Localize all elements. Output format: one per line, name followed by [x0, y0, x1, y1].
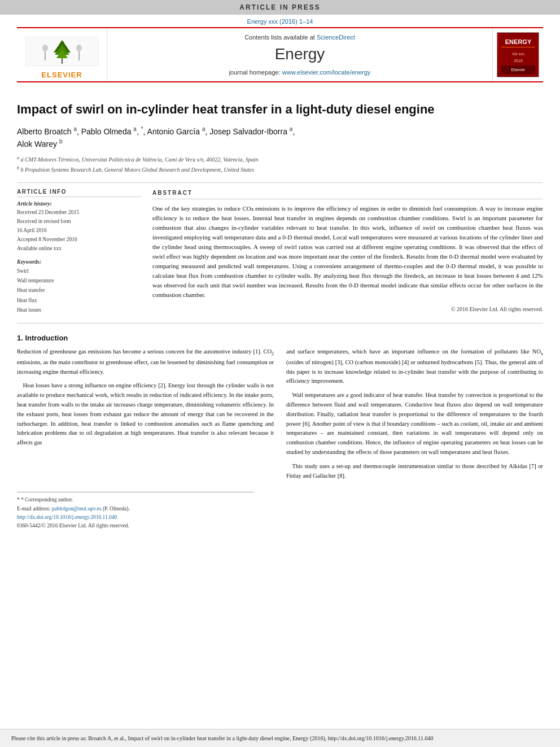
elsevier-logo: 🌳 ELSEVIER	[25, 37, 99, 73]
copyright-line: © 2016 Elsevier Ltd. All rights reserved…	[152, 305, 543, 314]
header-left: 🌳 ELSEVIER	[17, 28, 107, 81]
received-date: Received 23 December 2015	[17, 208, 141, 217]
accepted-date: Accepted 8 November 2016	[17, 235, 141, 244]
kw-1: Wall temperature	[17, 276, 141, 286]
keywords-label: Keywords:	[17, 259, 141, 265]
fn-corresponding-text: * Corresponding author.	[21, 497, 73, 503]
svg-point-6	[42, 45, 48, 51]
para-right-3: This study uses a set-up and thermocoupl…	[286, 462, 543, 481]
journal-cover-svg: ENERGY Vol xxx 2016 Elsevier	[498, 33, 538, 77]
header-right: ENERGY Vol xxx 2016 Elsevier	[492, 28, 543, 81]
article-info-col: ARTICLE INFO Article history: Received 2…	[17, 189, 141, 315]
article-info-header: ARTICLE INFO	[17, 189, 141, 197]
svg-text:2016: 2016	[514, 59, 523, 63]
article-title: Impact of swirl on in-cylinder heat tran…	[17, 102, 543, 118]
page-wrapper: ARTICLE IN PRESS Energy xxx (2016) 1–14 …	[0, 0, 560, 747]
homepage-line: journal homepage: www.elsevier.com/locat…	[229, 69, 371, 76]
journal-name-display: Energy	[275, 45, 325, 63]
two-col-text: Reduction of greenhouse gas emissions ha…	[17, 347, 543, 485]
fn-email-suffix: (P. Olmeda).	[102, 506, 130, 512]
elsevier-text: ELSEVIER	[41, 71, 82, 79]
affil-b: b b Propulsion Systems Research Lab, Gen…	[17, 165, 543, 174]
history-label: Article history:	[17, 200, 141, 207]
homepage-url[interactable]: www.elsevier.com/locate/energy	[282, 69, 371, 76]
kw-2: Heat transfer	[17, 286, 141, 295]
journal-ref-text: Energy xxx (2016) 1–14	[247, 18, 313, 25]
abstract-col: ABSTRACT One of the key strategies to re…	[152, 189, 543, 315]
para-right-2: Wall temperatures are a good indicator o…	[286, 391, 543, 457]
para-right-1: and surface temperatures, which have an …	[286, 347, 543, 386]
fn-corresponding: * * Corresponding author.	[17, 496, 253, 504]
header-section: 🌳 ELSEVIER Contents	[17, 27, 543, 82]
header-center: Contents lists available at ScienceDirec…	[107, 28, 492, 81]
energy-thumbnail: ENERGY Vol xxx 2016 Elsevier	[497, 32, 539, 77]
svg-point-8	[76, 45, 82, 51]
fn-doi: http://dx.doi.org/10.1016/j.energy.2016.…	[17, 513, 253, 522]
fn-issn: 0360-5442/© 2016 Elsevier Ltd. All right…	[17, 522, 253, 530]
revised-label: Received in revised form	[17, 217, 141, 226]
bottom-bar: Please cite this article in press as: Br…	[0, 729, 560, 747]
fn-email[interactable]: pablolgon@mot.upv.es	[52, 506, 102, 512]
svg-text:Vol xxx: Vol xxx	[511, 52, 524, 56]
text-col-left: Reduction of greenhouse gas emissions ha…	[17, 347, 274, 485]
affiliations: a á CMT-Motores Térmicos, Universitat Po…	[17, 155, 543, 174]
footnotes: * * Corresponding author. E-mail address…	[17, 492, 253, 530]
section1-title: 1. Introduction	[17, 333, 543, 344]
para-left-1: Reduction of greenhouse gas emissions ha…	[17, 347, 274, 377]
article-body: Impact of swirl on in-cylinder heat tran…	[0, 82, 560, 729]
aip-text: ARTICLE IN PRESS	[239, 3, 320, 11]
divider-1	[17, 182, 543, 183]
bottom-bar-text: Please cite this article in press as: Br…	[11, 735, 433, 741]
svg-text:Elsevier: Elsevier	[511, 68, 526, 72]
article-dates: Received 23 December 2015 Received in re…	[17, 208, 141, 254]
svg-rect-12	[501, 47, 535, 47]
contents-line: Contents lists available at ScienceDirec…	[244, 34, 355, 41]
abstract-text: One of the key strategies to reduce CO₂ …	[152, 204, 543, 300]
info-abstract-section: ARTICLE INFO Article history: Received 2…	[17, 189, 543, 315]
para-left-2: Heat losses have a strong influence on e…	[17, 381, 274, 448]
keywords-section: Keywords: Swirl Wall temperature Heat tr…	[17, 259, 141, 314]
available-date: Available online xxx	[17, 244, 141, 253]
aip-banner: ARTICLE IN PRESS	[0, 0, 560, 15]
revised-date: 16 April 2016	[17, 226, 141, 235]
elsevier-tree-svg: 🌳	[25, 37, 99, 66]
journal-ref: Energy xxx (2016) 1–14	[0, 15, 560, 27]
text-col-right: and surface temperatures, which have an …	[286, 347, 543, 485]
fn-email-line: E-mail address: pablolgon@mot.upv.es (P.…	[17, 505, 253, 513]
keywords-list: Swirl Wall temperature Heat transfer Hea…	[17, 267, 141, 314]
fn-doi-link[interactable]: http://dx.doi.org/10.1016/j.energy.2016.…	[17, 514, 117, 520]
main-text: 1. Introduction Reduction of greenhouse …	[17, 333, 543, 486]
kw-4: Heat losses	[17, 305, 141, 315]
affil-a: a á CMT-Motores Térmicos, Universitat Po…	[17, 155, 543, 164]
divider-2	[17, 323, 543, 324]
sciencedirect-link[interactable]: ScienceDirect	[317, 34, 355, 41]
kw-3: Heat flux	[17, 296, 141, 305]
abstract-header: ABSTRACT	[152, 189, 543, 200]
fn-email-prefix: E-mail address:	[17, 506, 52, 512]
authors-line: Alberto Broatch a, Pablo Olmeda a, *, An…	[17, 125, 543, 150]
homepage-prefix: journal homepage:	[229, 69, 282, 76]
kw-0: Swirl	[17, 267, 141, 276]
svg-text:ENERGY: ENERGY	[505, 38, 531, 45]
contents-prefix: Contents lists available at	[244, 34, 317, 41]
